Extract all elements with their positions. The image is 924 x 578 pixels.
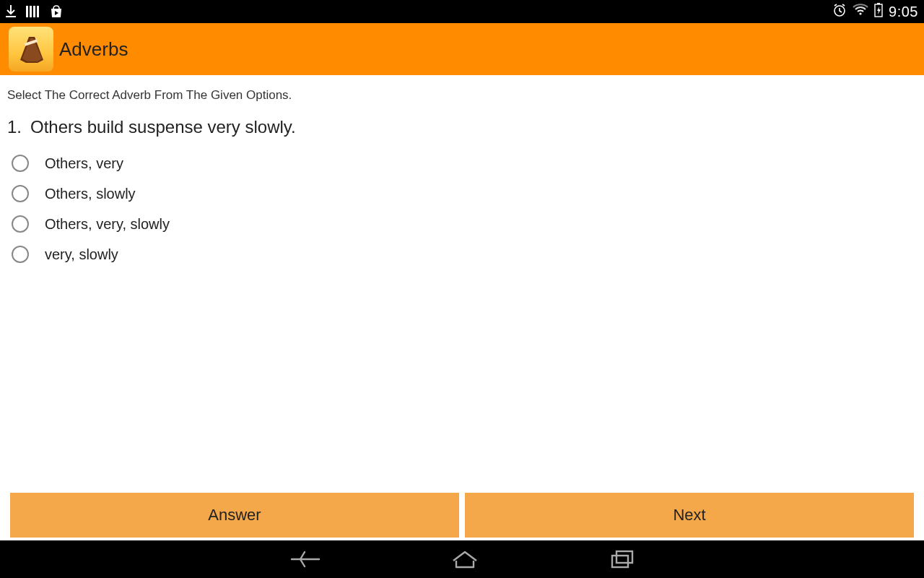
svg-rect-9 — [612, 556, 628, 567]
next-button[interactable]: Next — [465, 493, 914, 538]
question-text: Others build suspense very slowly. — [30, 117, 296, 137]
page-title: Adverbs — [59, 38, 128, 61]
recent-apps-icon[interactable] — [609, 549, 635, 569]
app-bar: Adverbs — [0, 23, 924, 75]
barcode-icon — [26, 5, 39, 18]
option-4[interactable]: very, slowly — [12, 246, 917, 263]
question-number: 1. — [7, 117, 22, 137]
radio-icon[interactable] — [12, 215, 29, 233]
svg-rect-1 — [30, 6, 32, 17]
radio-icon[interactable] — [12, 246, 29, 263]
svg-rect-3 — [37, 6, 39, 17]
option-label: Others, slowly — [45, 186, 136, 202]
svg-rect-10 — [616, 551, 632, 563]
alarm-icon — [832, 3, 847, 21]
home-icon[interactable] — [450, 549, 479, 569]
status-time: 9:05 — [889, 4, 918, 20]
option-label: very, slowly — [45, 246, 118, 263]
answer-button[interactable]: Answer — [10, 493, 459, 538]
status-right: 9:05 — [832, 3, 918, 21]
app-icon — [9, 27, 53, 72]
navigation-bar — [0, 540, 924, 578]
wifi-icon — [853, 4, 868, 20]
option-2[interactable]: Others, slowly — [12, 185, 917, 202]
content-area: Select The Correct Adverb From The Given… — [0, 75, 924, 540]
status-bar: 9:05 — [0, 0, 924, 23]
bottom-buttons: Answer Next — [7, 490, 917, 540]
option-label: Others, very — [45, 155, 123, 172]
battery-charging-icon — [874, 3, 883, 21]
download-icon — [6, 5, 16, 18]
status-left — [6, 5, 64, 18]
option-label: Others, very, slowly — [45, 216, 170, 233]
svg-rect-2 — [33, 6, 35, 17]
radio-icon[interactable] — [12, 155, 29, 172]
svg-point-5 — [859, 12, 861, 14]
play-store-icon — [49, 5, 64, 18]
option-3[interactable]: Others, very, slowly — [12, 215, 917, 233]
svg-rect-0 — [26, 6, 28, 17]
back-icon[interactable] — [289, 549, 321, 569]
question-row: 1. Others build suspense very slowly. — [7, 117, 917, 137]
instruction-text: Select The Correct Adverb From The Given… — [7, 88, 917, 103]
svg-rect-7 — [877, 3, 880, 4]
options-list: Others, very Others, slowly Others, very… — [7, 155, 917, 263]
radio-icon[interactable] — [12, 185, 29, 202]
option-1[interactable]: Others, very — [12, 155, 917, 172]
